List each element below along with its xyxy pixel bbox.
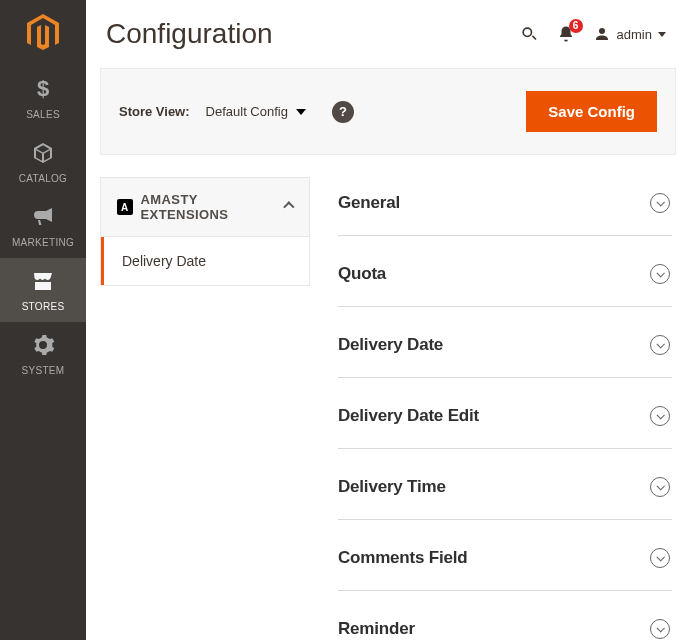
stores-icon [31,269,55,297]
sidebar-item-catalog[interactable]: CATALOG [0,130,86,194]
header-actions: 6 admin [519,24,666,44]
notification-badge: 6 [569,19,583,33]
chevron-down-icon [296,109,306,115]
scope-select[interactable]: Default Config [206,104,306,119]
sidebar-item-label: CATALOG [19,173,67,184]
scope-selected: Default Config [206,104,288,119]
nav-sub-item-delivery-date[interactable]: Delivery Date [101,237,309,285]
chevron-down-icon [658,32,666,37]
sidebar-item-system[interactable]: SYSTEM [0,322,86,386]
section-title: Delivery Time [338,477,446,497]
nav-group-title: AMASTY EXTENSIONS [141,192,286,222]
expand-icon [650,406,670,426]
megaphone-icon [31,205,55,233]
expand-icon [650,193,670,213]
sidebar-item-label: SALES [26,109,60,120]
section-title: Delivery Date Edit [338,406,479,426]
nav-group-amasty[interactable]: a AMASTY EXTENSIONS [100,177,310,237]
sidebar-item-sales[interactable]: $ SALES [0,66,86,130]
section-reminder[interactable]: Reminder [338,603,672,640]
config-nav: a AMASTY EXTENSIONS Delivery Date [100,177,310,640]
notifications-icon[interactable]: 6 [557,25,575,43]
username: admin [617,27,652,42]
save-config-button[interactable]: Save Config [526,91,657,132]
expand-icon [650,619,670,639]
section-delivery-date-edit[interactable]: Delivery Date Edit [338,390,672,449]
section-title: General [338,193,400,213]
section-title: Quota [338,264,386,284]
section-title: Comments Field [338,548,467,568]
dollar-icon: $ [31,77,55,105]
expand-icon [650,335,670,355]
section-title: Reminder [338,619,415,639]
magento-logo[interactable] [26,0,60,66]
main-area: Configuration 6 admin Store View: Defaul… [86,0,690,640]
search-icon[interactable] [519,24,539,44]
svg-text:$: $ [37,77,49,101]
config-sections: General Quota Delivery Date Delivery Dat… [338,177,676,640]
section-title: Delivery Date [338,335,443,355]
scope-bar: Store View: Default Config ? Save Config [100,68,676,155]
expand-icon [650,477,670,497]
expand-icon [650,264,670,284]
expand-icon [650,548,670,568]
cube-icon [31,141,55,169]
sidebar-item-marketing[interactable]: MARKETING [0,194,86,258]
section-delivery-date[interactable]: Delivery Date [338,319,672,378]
sidebar-item-stores[interactable]: STORES [0,258,86,322]
section-general[interactable]: General [338,177,672,236]
admin-sidebar: $ SALES CATALOG MARKETING STORES SYSTEM [0,0,86,640]
page-header: Configuration 6 admin [86,0,690,68]
chevron-up-icon [283,201,294,212]
page-title: Configuration [106,18,273,50]
section-comments-field[interactable]: Comments Field [338,532,672,591]
sidebar-item-label: SYSTEM [22,365,65,376]
config-columns: a AMASTY EXTENSIONS Delivery Date Genera… [86,155,690,640]
section-quota[interactable]: Quota [338,248,672,307]
gear-icon [31,333,55,361]
sidebar-item-label: STORES [22,301,65,312]
sidebar-item-label: MARKETING [12,237,74,248]
amasty-logo-icon: a [117,199,133,215]
scope-label: Store View: [119,104,190,119]
help-icon[interactable]: ? [332,101,354,123]
user-menu[interactable]: admin [593,25,666,43]
section-delivery-time[interactable]: Delivery Time [338,461,672,520]
